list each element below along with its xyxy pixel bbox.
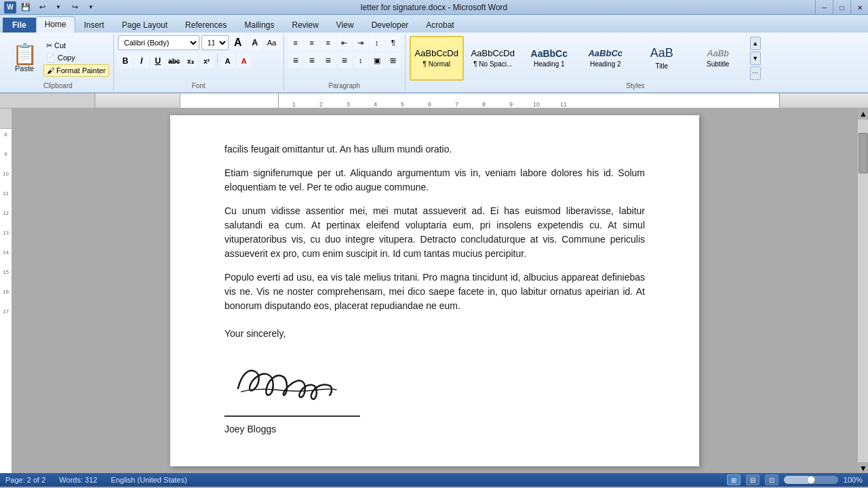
view-web[interactable]: ⊡ (765, 474, 778, 485)
format-painter-button[interactable]: 🖌 Format Painter (43, 64, 109, 77)
zoom-slider[interactable] (784, 476, 838, 484)
subscript-button[interactable]: x₂ (183, 54, 198, 68)
tab-mailings[interactable]: Mailings (235, 17, 283, 33)
signature-area: Joey Bloggs (224, 354, 645, 436)
line-spacing-button[interactable]: ↕ (353, 53, 368, 68)
clear-format-button[interactable]: Aa (264, 35, 279, 50)
superscript-button[interactable]: x² (199, 54, 214, 68)
font-color-button[interactable]: A (237, 54, 252, 68)
group-divider-1 (217, 54, 218, 63)
doc-paragraph-3: Cu unum vidisse assentior mei, mei mutat… (224, 204, 645, 261)
tab-file[interactable]: File (3, 18, 36, 33)
tab-insert[interactable]: Insert (75, 17, 113, 33)
bullets-button[interactable]: ≡ (288, 35, 303, 50)
tab-pagelayout[interactable]: Page Layout (113, 17, 176, 33)
paste-button[interactable]: 📋 Paste (7, 37, 42, 79)
format-painter-label: Format Painter (56, 66, 106, 75)
paragraph-group: ≡ ≡ ≡ ⇤ ⇥ ↕ ¶ ≡ ≡ ≡ ≡ ↕ ▣ ⊞ Paragraph (284, 34, 406, 91)
quick-redo[interactable]: ↪ (68, 1, 81, 14)
align-center-button[interactable]: ≡ (304, 53, 319, 68)
show-marks-button[interactable]: ¶ (386, 35, 401, 50)
window-title: letter for signature.docx - Microsoft Wo… (361, 3, 508, 12)
quick-undo[interactable]: ↩ (35, 1, 49, 14)
align-right-button[interactable]: ≡ (321, 53, 336, 68)
borders-button[interactable]: ⊞ (386, 53, 401, 68)
clipboard-group: 📋 Paste ✂ Cut 📄 Copy 🖌 Format Painter Cl… (3, 34, 114, 91)
strikethrough-button[interactable]: abc (167, 54, 182, 68)
italic-button[interactable]: I (134, 54, 149, 68)
paste-label: Paste (15, 64, 34, 73)
tab-developer[interactable]: Developer (363, 17, 418, 33)
word-icon: W (4, 1, 16, 14)
text-highlight-button[interactable]: A (220, 54, 235, 68)
tab-review[interactable]: Review (283, 17, 327, 33)
horizontal-ruler: 1 2 3 4 5 6 7 8 9 10 11 (0, 94, 868, 108)
tab-home[interactable]: Home (36, 16, 75, 33)
title-bar: W 💾 ↩ ▼ ↪ ▼ letter for signature.docx - … (0, 0, 868, 15)
shading-button[interactable]: ▣ (370, 53, 384, 68)
underline-button[interactable]: U (151, 54, 165, 68)
cut-label: Cut (54, 41, 66, 49)
status-bar: Page: 2 of 2 Words: 312 English (United … (0, 473, 868, 487)
increase-indent-button[interactable]: ⇥ (353, 35, 368, 50)
quick-undo-dropdown[interactable]: ▼ (52, 1, 65, 14)
styles-gallery: AaBbCcDd ¶ Normal AaBbCcDd ¶ No Spaci...… (410, 35, 761, 81)
justify-button[interactable]: ≡ (337, 53, 352, 68)
vertical-ruler: 8 9 10 11 12 13 14 15 16 17 (0, 108, 12, 473)
quick-save[interactable]: 💾 (19, 1, 33, 14)
maximize-button[interactable]: □ (833, 0, 850, 15)
view-print-layout[interactable]: ⊞ (727, 474, 741, 485)
style-heading1[interactable]: AaBbCc Heading 1 (522, 36, 576, 81)
style-title[interactable]: AaB Title (635, 36, 689, 81)
quick-customize[interactable]: ▼ (84, 1, 98, 14)
align-left-button[interactable]: ≡ (288, 53, 303, 68)
style-heading1-label: Heading 1 (534, 60, 565, 68)
tab-view[interactable]: View (328, 17, 363, 33)
font-shrink-button[interactable]: A (248, 35, 262, 50)
style-normal-label: ¶ Normal (423, 60, 450, 68)
style-normal[interactable]: AaBbCcDd ¶ Normal (410, 36, 464, 81)
style-nospace[interactable]: AaBbCcDd ¶ No Spaci... (466, 36, 520, 81)
decrease-indent-button[interactable]: ⇤ (337, 35, 352, 50)
format-painter-icon: 🖌 (47, 66, 54, 75)
style-subtitle[interactable]: AaBb Subtitle (691, 36, 745, 81)
style-normal-preview: AaBbCcDd (415, 48, 458, 59)
style-heading2[interactable]: AaBbCc Heading 2 (578, 36, 633, 81)
document-area[interactable]: facilis feugait omittantur ut. An has ul… (12, 108, 857, 473)
paragraph-label: Paragraph (328, 81, 360, 89)
style-title-preview: AaB (650, 46, 673, 61)
view-full-screen[interactable]: ⊟ (746, 474, 760, 485)
signature-svg (224, 354, 374, 409)
multilevel-button[interactable]: ≡ (321, 35, 336, 50)
minimize-button[interactable]: ─ (815, 0, 833, 15)
style-nospace-preview: AaBbCcDd (471, 48, 515, 59)
cut-button[interactable]: ✂ Cut (43, 40, 109, 52)
font-group: Calibri (Body) 11 A A Aa B I U abc x₂ x²… (114, 34, 284, 91)
document-page: facilis feugait omittantur ut. An has ul… (170, 115, 699, 466)
vertical-scrollbar[interactable]: ▲ ▼ (857, 108, 868, 473)
ribbon-tabs: File Home Insert Page Layout References … (0, 15, 868, 33)
main-layout: 8 9 10 11 12 13 14 15 16 17 facilis feug… (0, 108, 868, 473)
tab-references[interactable]: References (176, 17, 235, 33)
styles-scroll-up[interactable]: ▲ ▼ ⋯ (750, 37, 761, 80)
sort-button[interactable]: ↕ (370, 35, 384, 50)
font-label: Font (192, 81, 205, 89)
close-button[interactable]: ✕ (850, 0, 868, 15)
doc-paragraph-4: Populo everti ad usu, ea vis tale melius… (224, 270, 645, 313)
style-heading2-label: Heading 2 (590, 60, 621, 68)
font-size-selector[interactable]: 11 (201, 35, 229, 50)
style-subtitle-preview: AaBb (707, 48, 729, 59)
bold-button[interactable]: B (118, 54, 133, 68)
zoom-level: 100% (844, 476, 863, 484)
font-grow-button[interactable]: A (231, 35, 245, 50)
status-words: Words: 312 (59, 476, 97, 484)
numbering-button[interactable]: ≡ (304, 35, 319, 50)
doc-closing: Your sincerely, (224, 327, 645, 341)
doc-paragraph-2: Etiam signiferumque per ut. Aliquando ar… (224, 166, 645, 195)
signatory-name: Joey Bloggs (224, 422, 645, 436)
tab-acrobat[interactable]: Acrobat (417, 17, 462, 33)
copy-button[interactable]: 📄 Copy (43, 52, 109, 64)
font-selector[interactable]: Calibri (Body) (118, 35, 199, 50)
style-title-label: Title (655, 62, 668, 70)
style-heading1-preview: AaBbCc (531, 48, 568, 60)
